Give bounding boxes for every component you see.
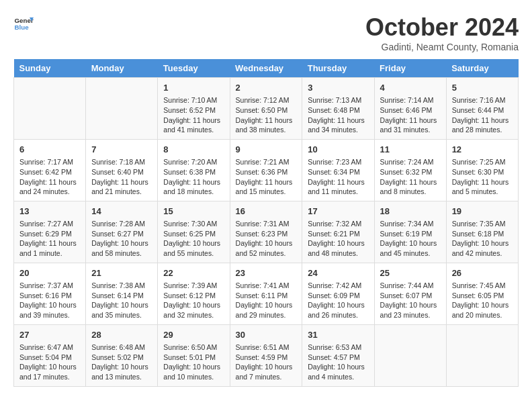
calendar-cell: 29Sunrise: 6:50 AMSunset: 5:01 PMDayligh… <box>158 324 230 386</box>
day-info: Sunrise: 7:39 AMSunset: 6:12 PMDaylight:… <box>163 281 224 320</box>
logo: General Blue <box>13 13 34 34</box>
day-info: Sunrise: 7:20 AMSunset: 6:38 PMDaylight:… <box>163 157 224 197</box>
calendar-cell: 22Sunrise: 7:39 AMSunset: 6:12 PMDayligh… <box>158 263 230 324</box>
calendar-cell: 3Sunrise: 7:13 AMSunset: 6:48 PMDaylight… <box>302 78 374 140</box>
day-number: 27 <box>19 329 80 341</box>
day-info: Sunrise: 7:23 AMSunset: 6:34 PMDaylight:… <box>308 157 368 197</box>
day-info: Sunrise: 7:31 AMSunset: 6:23 PMDaylight:… <box>236 219 297 259</box>
calendar-cell: 28Sunrise: 6:48 AMSunset: 5:02 PMDayligh… <box>86 324 158 386</box>
calendar-cell: 27Sunrise: 6:47 AMSunset: 5:04 PMDayligh… <box>14 324 86 386</box>
calendar-cell: 4Sunrise: 7:14 AMSunset: 6:46 PMDaylight… <box>374 78 446 140</box>
calendar-table: SundayMondayTuesdayWednesdayThursdayFrid… <box>13 59 519 387</box>
calendar-cell: 8Sunrise: 7:20 AMSunset: 6:38 PMDaylight… <box>158 139 230 201</box>
day-info: Sunrise: 7:25 AMSunset: 6:30 PMDaylight:… <box>452 157 513 197</box>
weekday-header: Monday <box>86 59 158 78</box>
calendar-cell: 11Sunrise: 7:24 AMSunset: 6:32 PMDayligh… <box>374 139 446 201</box>
day-info: Sunrise: 7:44 AMSunset: 6:07 PMDaylight:… <box>380 281 441 320</box>
day-number: 5 <box>452 82 513 94</box>
day-number: 9 <box>236 144 297 156</box>
day-number: 15 <box>163 205 224 218</box>
day-info: Sunrise: 7:24 AMSunset: 6:32 PMDaylight:… <box>380 157 441 197</box>
day-info: Sunrise: 7:35 AMSunset: 6:18 PMDaylight:… <box>452 219 513 259</box>
day-info: Sunrise: 6:48 AMSunset: 5:02 PMDaylight:… <box>91 342 152 382</box>
calendar-cell: 12Sunrise: 7:25 AMSunset: 6:30 PMDayligh… <box>446 139 518 201</box>
page-header: General Blue October 2024 Gadinti, Neamt… <box>13 13 519 52</box>
calendar-cell: 26Sunrise: 7:45 AMSunset: 6:05 PMDayligh… <box>446 263 518 324</box>
calendar-cell: 15Sunrise: 7:30 AMSunset: 6:25 PMDayligh… <box>158 201 230 263</box>
calendar-week-row: 13Sunrise: 7:27 AMSunset: 6:29 PMDayligh… <box>14 201 519 263</box>
calendar-week-row: 20Sunrise: 7:37 AMSunset: 6:16 PMDayligh… <box>14 263 519 324</box>
day-number: 25 <box>380 267 441 279</box>
calendar-week-row: 1Sunrise: 7:10 AMSunset: 6:52 PMDaylight… <box>14 78 519 140</box>
title-section: October 2024 Gadinti, Neamt County, Roma… <box>365 13 519 52</box>
calendar-cell: 20Sunrise: 7:37 AMSunset: 6:16 PMDayligh… <box>14 263 86 324</box>
day-number: 28 <box>91 329 152 341</box>
day-info: Sunrise: 7:21 AMSunset: 6:36 PMDaylight:… <box>236 157 297 197</box>
day-info: Sunrise: 7:10 AMSunset: 6:52 PMDaylight:… <box>163 95 224 135</box>
month-title: October 2024 <box>365 13 519 42</box>
day-number: 31 <box>308 329 368 341</box>
day-number: 6 <box>19 144 80 156</box>
day-info: Sunrise: 7:42 AMSunset: 6:09 PMDaylight:… <box>308 281 368 320</box>
location: Gadinti, Neamt County, Romania <box>365 42 519 52</box>
day-info: Sunrise: 6:47 AMSunset: 5:04 PMDaylight:… <box>19 342 80 382</box>
day-number: 24 <box>308 267 368 279</box>
day-info: Sunrise: 7:34 AMSunset: 6:19 PMDaylight:… <box>380 219 441 259</box>
day-info: Sunrise: 7:28 AMSunset: 6:27 PMDaylight:… <box>91 219 152 259</box>
calendar-cell: 16Sunrise: 7:31 AMSunset: 6:23 PMDayligh… <box>230 201 302 263</box>
day-number: 16 <box>236 205 297 218</box>
day-number: 8 <box>163 144 224 156</box>
day-number: 30 <box>236 329 297 341</box>
day-number: 26 <box>452 267 513 279</box>
calendar-cell: 23Sunrise: 7:41 AMSunset: 6:11 PMDayligh… <box>230 263 302 324</box>
day-number: 4 <box>380 82 441 94</box>
day-number: 11 <box>380 144 441 156</box>
calendar-header-row: SundayMondayTuesdayWednesdayThursdayFrid… <box>14 59 519 78</box>
day-info: Sunrise: 6:51 AMSunset: 4:59 PMDaylight:… <box>236 342 297 382</box>
calendar-cell: 2Sunrise: 7:12 AMSunset: 6:50 PMDaylight… <box>230 78 302 140</box>
day-info: Sunrise: 7:13 AMSunset: 6:48 PMDaylight:… <box>308 95 368 135</box>
calendar-cell: 7Sunrise: 7:18 AMSunset: 6:40 PMDaylight… <box>86 139 158 201</box>
calendar-week-row: 6Sunrise: 7:17 AMSunset: 6:42 PMDaylight… <box>14 139 519 201</box>
calendar-cell: 5Sunrise: 7:16 AMSunset: 6:44 PMDaylight… <box>446 78 518 140</box>
calendar-cell: 19Sunrise: 7:35 AMSunset: 6:18 PMDayligh… <box>446 201 518 263</box>
day-info: Sunrise: 7:17 AMSunset: 6:42 PMDaylight:… <box>19 157 80 197</box>
calendar-body: 1Sunrise: 7:10 AMSunset: 6:52 PMDaylight… <box>14 78 519 387</box>
calendar-cell: 18Sunrise: 7:34 AMSunset: 6:19 PMDayligh… <box>374 201 446 263</box>
day-info: Sunrise: 7:18 AMSunset: 6:40 PMDaylight:… <box>91 157 152 197</box>
day-number: 13 <box>19 205 80 218</box>
calendar-cell: 24Sunrise: 7:42 AMSunset: 6:09 PMDayligh… <box>302 263 374 324</box>
weekday-header: Sunday <box>14 59 86 78</box>
day-info: Sunrise: 7:30 AMSunset: 6:25 PMDaylight:… <box>163 219 224 259</box>
weekday-header: Wednesday <box>230 59 302 78</box>
day-number: 14 <box>91 205 152 218</box>
day-info: Sunrise: 7:37 AMSunset: 6:16 PMDaylight:… <box>19 281 80 320</box>
calendar-cell <box>86 78 158 140</box>
day-info: Sunrise: 7:32 AMSunset: 6:21 PMDaylight:… <box>308 219 368 259</box>
day-number: 23 <box>236 267 297 279</box>
day-info: Sunrise: 7:14 AMSunset: 6:46 PMDaylight:… <box>380 95 441 135</box>
day-info: Sunrise: 7:27 AMSunset: 6:29 PMDaylight:… <box>19 219 80 259</box>
day-info: Sunrise: 7:12 AMSunset: 6:50 PMDaylight:… <box>236 95 297 135</box>
calendar-cell: 10Sunrise: 7:23 AMSunset: 6:34 PMDayligh… <box>302 139 374 201</box>
day-info: Sunrise: 7:45 AMSunset: 6:05 PMDaylight:… <box>452 281 513 320</box>
calendar-cell <box>374 324 446 386</box>
calendar-cell <box>14 78 86 140</box>
day-info: Sunrise: 7:16 AMSunset: 6:44 PMDaylight:… <box>452 95 513 135</box>
day-number: 7 <box>91 144 152 156</box>
calendar-week-row: 27Sunrise: 6:47 AMSunset: 5:04 PMDayligh… <box>14 324 519 386</box>
day-info: Sunrise: 7:41 AMSunset: 6:11 PMDaylight:… <box>236 281 297 320</box>
svg-text:Blue: Blue <box>15 24 30 31</box>
day-number: 12 <box>452 144 513 156</box>
day-number: 18 <box>380 205 441 218</box>
day-number: 17 <box>308 205 368 218</box>
calendar-cell: 9Sunrise: 7:21 AMSunset: 6:36 PMDaylight… <box>230 139 302 201</box>
calendar-cell: 1Sunrise: 7:10 AMSunset: 6:52 PMDaylight… <box>158 78 230 140</box>
calendar-cell: 14Sunrise: 7:28 AMSunset: 6:27 PMDayligh… <box>86 201 158 263</box>
weekday-header: Tuesday <box>158 59 230 78</box>
day-info: Sunrise: 7:38 AMSunset: 6:14 PMDaylight:… <box>91 281 152 320</box>
calendar-cell: 17Sunrise: 7:32 AMSunset: 6:21 PMDayligh… <box>302 201 374 263</box>
day-number: 29 <box>163 329 224 341</box>
logo-icon: General Blue <box>13 13 34 34</box>
day-info: Sunrise: 6:50 AMSunset: 5:01 PMDaylight:… <box>163 342 224 382</box>
